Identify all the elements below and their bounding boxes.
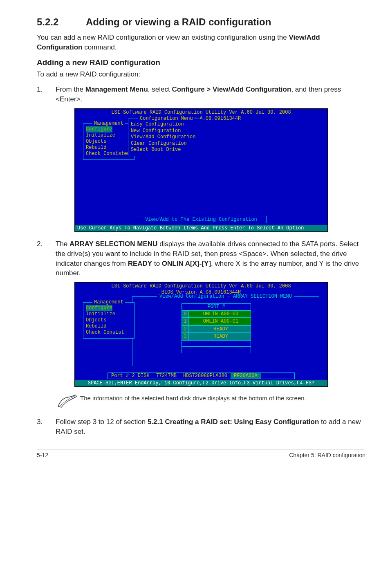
mgmt-item: Objects xyxy=(86,317,132,323)
cfg-item: New Configuration xyxy=(131,128,200,135)
text: From the xyxy=(56,85,85,93)
port-row: 0ONLIN A00-00 xyxy=(182,310,251,318)
info-cell: PF20A60A xyxy=(231,373,261,379)
port-row: 1ONLIN A00-01 xyxy=(182,318,251,325)
intro-paragraph: You can add a new RAID configuration or … xyxy=(37,33,365,52)
port-value: ONLIN A00-00 xyxy=(189,310,251,318)
cfg-item: Select Boot Drive xyxy=(131,147,200,153)
bios-footer: Use Cursor Keys To Navigate Between Item… xyxy=(75,225,327,231)
management-menu-box: Management Configure Initialize Objects … xyxy=(83,302,134,339)
management-menu-box: Management Configure Initialize Objects … xyxy=(83,123,134,160)
step-number: 3. xyxy=(37,417,56,437)
bios-screenshot-1: LSI Software RAID Configuration Utility … xyxy=(74,108,328,232)
mgmt-item: Initialize xyxy=(86,132,132,139)
text-bold: ARRAY SELECTION MENU xyxy=(69,240,157,248)
intro-text-pre: You can add a new RAID configuration or … xyxy=(37,34,289,41)
mgmt-item: Configure xyxy=(86,305,112,311)
page-footer: 5-12 Chapter 5: RAID configuration xyxy=(37,449,365,458)
bios-footer: SPACE-Sel,ENTER-EndArray,F10-Configure,F… xyxy=(75,380,327,386)
port-value: ONLIN A00-01 xyxy=(189,318,251,325)
port-header: PORT # xyxy=(182,303,251,310)
port-number: 0 xyxy=(182,310,189,318)
bios-title-line: LSI Software RAID Configuration Utility … xyxy=(75,110,327,116)
note-text: The information of the selected hard dis… xyxy=(80,394,306,411)
port-number: 2 xyxy=(182,325,189,333)
text-bold: READY xyxy=(128,260,152,267)
configuration-menu-title: Configuration Menu xyxy=(138,116,195,121)
port-box: PORT # 0ONLIN A00-00 1ONLIN A00-01 2READ… xyxy=(182,303,251,353)
step-body: Follow step 3 to 12 of section 5.2.1 Cre… xyxy=(56,417,365,437)
port-row: 2READY xyxy=(182,325,251,333)
info-cell: 77247MB xyxy=(153,373,180,379)
text-bold: ONLIN A[X]-[Y] xyxy=(162,260,211,267)
note-icon xyxy=(57,394,80,411)
chapter-label: Chapter 5: RAID configuration xyxy=(289,452,365,458)
subsection-intro: To add a new RAID configuration: xyxy=(37,70,365,79)
step-2: 2. The ARRAY SELECTION MENU displays the… xyxy=(37,239,365,278)
page-number: 5-12 xyxy=(37,452,48,458)
drive-info-row: Port # 2 DISK 77247MB HDS728080PLA380 PF… xyxy=(108,373,295,379)
port-value: READY xyxy=(189,333,251,340)
step-1: 1. From the Management Menu, select Conf… xyxy=(37,85,365,104)
info-cell: HDS728080PLA380 xyxy=(180,373,231,379)
port-row-empty xyxy=(182,340,251,347)
bios-title-line: LSI Software RAID Configuration Utility … xyxy=(75,283,327,290)
management-menu-title: Management xyxy=(92,299,125,305)
array-selection-title: View/Add Configuration - ARRAY SELECTION… xyxy=(157,294,294,299)
bios-screenshot-2: LSI Software RAID Configuration Utility … xyxy=(74,282,328,387)
text: Follow step 3 to 12 of section xyxy=(56,418,148,426)
note-block: The information of the selected hard dis… xyxy=(57,394,365,411)
cfg-item: View/Add Configuration xyxy=(131,134,200,141)
mgmt-item: Check Consist xyxy=(86,330,132,336)
port-row-empty xyxy=(182,347,251,353)
text-bold: Configure > View/Add Configuration xyxy=(172,85,291,93)
array-selection-frame: View/Add Configuration - ARRAY SELECTION… xyxy=(132,296,319,366)
mgmt-item: Objects xyxy=(86,139,132,145)
mgmt-item: Configure xyxy=(86,126,112,132)
subsection-heading: Adding a new RAID configuration xyxy=(37,58,365,67)
configuration-menu-box: Configuration Menu Easy Configuration Ne… xyxy=(128,119,203,156)
text-bold: Management Menu xyxy=(85,85,148,93)
info-cell: Port # 2 DISK xyxy=(108,373,153,379)
mgmt-item: Rebuild xyxy=(86,323,132,330)
port-number: 3 xyxy=(182,333,189,340)
mgmt-item: Check Consistency xyxy=(86,151,132,157)
step-number: 2. xyxy=(37,239,56,278)
mgmt-item: Initialize xyxy=(86,311,132,317)
step-3: 3. Follow step 3 to 12 of section 5.2.1 … xyxy=(37,417,365,437)
text-bold: 5.2.1 Creating a RAID set: Using Easy Co… xyxy=(148,418,319,426)
port-row: 3READY xyxy=(182,333,251,340)
intro-text-post: command. xyxy=(82,43,117,51)
mgmt-item: Rebuild xyxy=(86,145,132,151)
cfg-item: Easy Configuration xyxy=(131,121,200,128)
text: , select xyxy=(148,85,172,93)
step-number: 1. xyxy=(37,85,56,104)
bios-bottom-box: View/Add to The Existing Configuration xyxy=(136,216,267,223)
section-heading: 5.2.2Adding or viewing a RAID configurat… xyxy=(37,16,365,28)
text: The xyxy=(56,240,69,248)
port-value: READY xyxy=(189,325,251,333)
port-number: 1 xyxy=(182,318,189,325)
step-body: The ARRAY SELECTION MENU displays the av… xyxy=(56,239,365,278)
management-menu-title: Management xyxy=(92,121,125,126)
section-number: 5.2.2 xyxy=(37,16,86,28)
cfg-item: Clear Configuration xyxy=(131,141,200,147)
section-title: Adding or viewing a RAID configuration xyxy=(86,16,271,27)
text: to xyxy=(152,260,162,267)
step-body: From the Management Menu, select Configu… xyxy=(56,85,365,104)
